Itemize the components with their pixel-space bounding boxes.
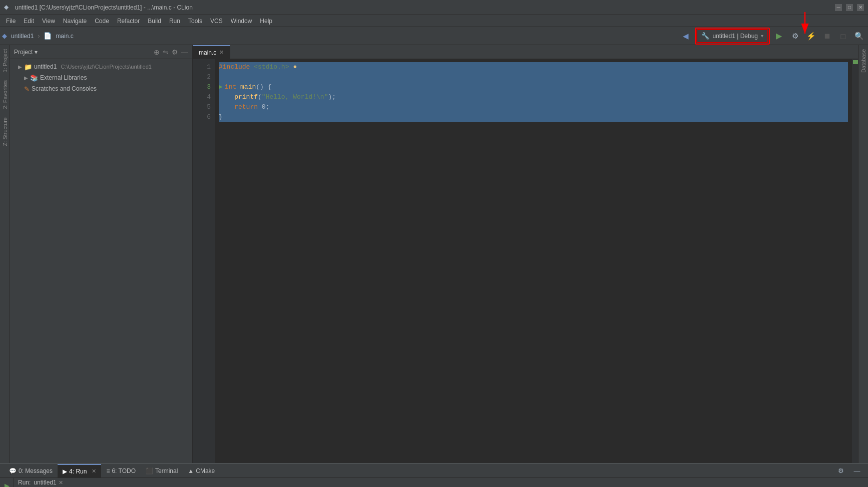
code-editor: 1 2 3 4 5 6 #include <stdio.h> ● bbox=[193, 59, 858, 463]
run-config-selector[interactable]: 🔧 untitled1 | Debug ▾ bbox=[696, 29, 768, 43]
left-sidebar-strip: 1: Project 2: Favorites Z: Structure bbox=[0, 45, 10, 463]
breadcrumb-file[interactable]: main.c bbox=[56, 33, 73, 40]
menu-refactor[interactable]: Refactor bbox=[113, 17, 144, 26]
code-line-3: ▶ int main () { bbox=[219, 82, 848, 92]
sidebar-item-favorites[interactable]: 2: Favorites bbox=[1, 76, 9, 113]
messages-icon: 💬 bbox=[9, 467, 17, 474]
app-icon: ◆ bbox=[4, 4, 12, 12]
code-content[interactable]: #include <stdio.h> ● ▶ int main () { bbox=[215, 59, 852, 463]
tab-close-main-c[interactable]: ✕ bbox=[219, 49, 224, 56]
run-config-wrapper: 🔧 untitled1 | Debug ▾ bbox=[695, 28, 770, 45]
bottom-main: ▶ ↑ ⏹ ↓ ≡ ⊞ 📌 ⊟ 🗑 Run: untitled1 ✕ C:\Us… bbox=[0, 478, 868, 487]
run-arrow-icon: ▶ bbox=[219, 82, 223, 92]
menu-window[interactable]: Window bbox=[227, 17, 256, 26]
cmake-label: CMake bbox=[196, 467, 215, 474]
menu-edit[interactable]: Edit bbox=[20, 17, 38, 26]
terminal-label: Terminal bbox=[155, 467, 178, 474]
tab-todo[interactable]: ≡ 6: TODO bbox=[101, 464, 141, 478]
breakpoint-indicator: ● bbox=[293, 62, 297, 72]
build-button[interactable]: ⚙ bbox=[788, 29, 802, 43]
breadcrumb-project[interactable]: untitled1 bbox=[11, 33, 34, 40]
code-line-1: #include <stdio.h> ● bbox=[219, 62, 848, 72]
menu-help[interactable]: Help bbox=[256, 17, 276, 26]
run-button[interactable]: ▶ bbox=[772, 29, 786, 43]
minimize-button[interactable]: ─ bbox=[835, 4, 842, 11]
back-button[interactable]: ◀ bbox=[679, 29, 693, 43]
run-config-name: untitled1 | Debug bbox=[712, 33, 758, 40]
libs-icon: 📚 bbox=[30, 74, 38, 82]
stop-button[interactable]: ⏹ bbox=[820, 29, 834, 43]
cover-button[interactable]: ◻ bbox=[836, 29, 850, 43]
run-config-dropdown-icon: ▾ bbox=[761, 33, 763, 39]
close-button[interactable]: ✕ bbox=[857, 4, 864, 11]
maximize-button[interactable]: □ bbox=[846, 4, 853, 11]
project-panel: Project ▾ ⊕ ⇋ ⚙ — ▶ 📁 untitled1 C:\Users… bbox=[10, 45, 193, 463]
gutter-marker bbox=[853, 60, 858, 64]
build-profile-button[interactable]: ⚡ bbox=[804, 29, 818, 43]
tab-cmake[interactable]: ▲ CMake bbox=[183, 464, 220, 478]
tab-run[interactable]: ▶ 4: Run ✕ bbox=[58, 464, 101, 478]
code-include-keyword: #include bbox=[219, 62, 250, 72]
editor-area: main.c ✕ 1 2 3 4 5 6 #include <stdio.h> … bbox=[193, 45, 858, 463]
tree-item-ext-libs[interactable]: ▶ 📚 External Libraries bbox=[10, 72, 192, 83]
close-panel-icon[interactable]: — bbox=[181, 48, 188, 56]
settings-icon[interactable]: ⚙ bbox=[172, 48, 178, 56]
add-icon[interactable]: ⊕ bbox=[154, 48, 160, 56]
search-button[interactable]: 🔍 bbox=[852, 29, 866, 43]
code-close-brace: } bbox=[219, 112, 223, 122]
menu-build[interactable]: Build bbox=[144, 17, 165, 26]
sidebar-item-project[interactable]: 1: Project bbox=[1, 45, 9, 76]
menu-bar: File Edit View Navigate Code Refactor Bu… bbox=[0, 15, 868, 27]
tree-label-scratches: Scratches and Consoles bbox=[32, 85, 97, 92]
sidebar-item-database[interactable]: Database bbox=[859, 45, 867, 77]
code-include-val: <stdio.h> bbox=[254, 62, 289, 72]
title-bar: ◆ untitled1 [C:\Users\yjtzf\CLionProject… bbox=[0, 0, 868, 15]
folder-icon-untitled1: 📁 bbox=[24, 63, 32, 71]
tree-arrow-untitled1: ▶ bbox=[18, 64, 22, 70]
menu-vcs[interactable]: VCS bbox=[206, 17, 227, 26]
project-tree: ▶ 📁 untitled1 C:\Users\yjtzf\CLionProjec… bbox=[10, 59, 192, 463]
menu-code[interactable]: Code bbox=[91, 17, 113, 26]
bottom-side-buttons: ▶ ↑ ⏹ ↓ ≡ ⊞ 📌 ⊟ 🗑 bbox=[0, 478, 14, 487]
sidebar-item-structure[interactable]: Z: Structure bbox=[1, 113, 9, 150]
todo-icon: ≡ bbox=[106, 467, 110, 474]
run-tab-close[interactable]: ✕ bbox=[92, 468, 96, 474]
menu-run[interactable]: Run bbox=[165, 17, 184, 26]
code-line-5: return 0; bbox=[219, 102, 848, 112]
window-controls: ─ □ ✕ bbox=[835, 4, 864, 11]
run-tab-label: 4: Run bbox=[69, 468, 87, 475]
line-num-5: 5 bbox=[193, 102, 215, 112]
run-tab-close-x[interactable]: ✕ bbox=[59, 479, 63, 486]
line-numbers: 1 2 3 4 5 6 bbox=[193, 59, 215, 463]
code-int-keyword: int bbox=[225, 82, 236, 92]
bottom-settings-button[interactable]: ⚙ bbox=[834, 464, 848, 478]
line-num-1: 1 bbox=[193, 62, 215, 72]
bottom-run-button[interactable]: ▶ bbox=[2, 480, 13, 487]
code-line-6: } bbox=[219, 112, 848, 122]
right-sidebar-strip: Database bbox=[858, 45, 868, 463]
cmake-icon: ▲ bbox=[188, 467, 194, 474]
bottom-minimize-button[interactable]: — bbox=[850, 464, 864, 478]
run-tab-name: untitled1 bbox=[34, 479, 56, 486]
menu-view[interactable]: View bbox=[38, 17, 59, 26]
line-num-2: 2 bbox=[193, 72, 215, 82]
project-panel-title: Project ▾ bbox=[14, 49, 154, 56]
tree-item-untitled1[interactable]: ▶ 📁 untitled1 C:\Users\yjtzf\CLionProjec… bbox=[10, 61, 192, 72]
terminal-icon: ⬛ bbox=[146, 467, 153, 474]
tab-main-c[interactable]: main.c ✕ bbox=[193, 45, 230, 59]
code-printf-fn: printf bbox=[234, 92, 258, 102]
breadcrumb: ◆ untitled1 › 📄 main.c bbox=[2, 32, 74, 40]
menu-tools[interactable]: Tools bbox=[184, 17, 206, 26]
menu-file[interactable]: File bbox=[2, 17, 20, 26]
menu-navigate[interactable]: Navigate bbox=[59, 17, 91, 26]
line-num-3: 3 bbox=[193, 82, 215, 92]
tab-label-main-c: main.c bbox=[199, 49, 216, 56]
messages-label: 0: Messages bbox=[19, 467, 53, 474]
tab-terminal[interactable]: ⬛ Terminal bbox=[141, 464, 183, 478]
collapse-icon[interactable]: ⇋ bbox=[163, 48, 169, 56]
tab-messages[interactable]: 💬 0: Messages bbox=[4, 464, 58, 478]
tree-item-scratches[interactable]: ✎ Scratches and Consoles bbox=[10, 83, 192, 94]
tree-label-ext-libs: External Libraries bbox=[40, 74, 87, 81]
bottom-panel: 💬 0: Messages ▶ 4: Run ✕ ≡ 6: TODO ⬛ Ter… bbox=[0, 463, 868, 487]
code-main-fn: main bbox=[240, 82, 256, 92]
